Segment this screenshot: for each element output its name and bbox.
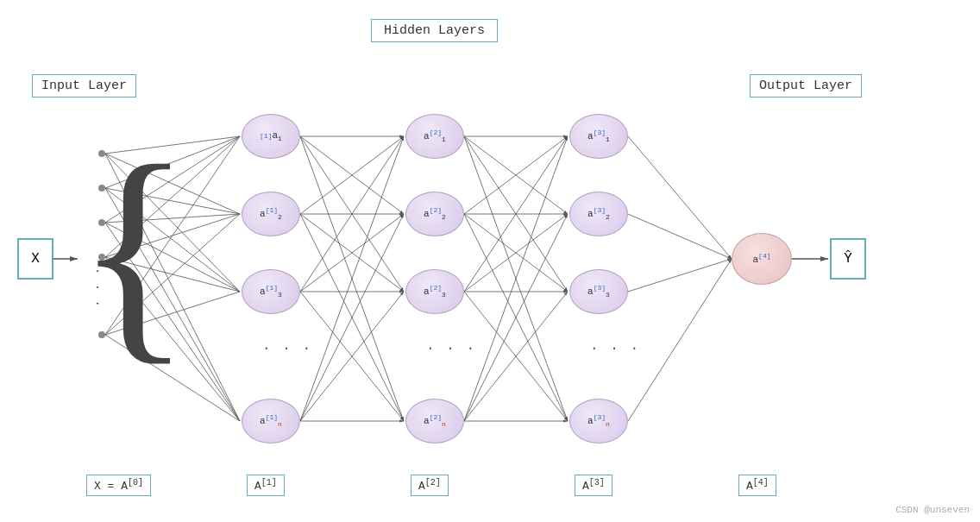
node-l3-n: a[3]n (569, 399, 628, 443)
bottom-label-a2: A[2] (411, 475, 449, 496)
watermark: CSDN @unseven (895, 505, 970, 515)
svg-line-55 (628, 259, 732, 292)
layer3-dots: . . . (590, 338, 640, 354)
input-dot-1 (98, 150, 105, 157)
svg-line-54 (628, 214, 732, 259)
node-l1-2: a[1]2 (242, 192, 300, 236)
node-l3-3: a[3]3 (569, 269, 628, 314)
input-dot-5 (98, 331, 105, 338)
x-input-box: X (17, 238, 53, 280)
input-dot-4 (98, 254, 105, 261)
x-label: X (31, 251, 40, 267)
node-l2-n: a[2]n (405, 399, 464, 443)
input-dots-ellipsis: . . . (93, 267, 107, 308)
node-l1-1: [1]a1 (242, 114, 300, 159)
input-brace: { (76, 129, 192, 371)
layer1-dots: . . . (262, 338, 312, 354)
node-l1-3: a[1]3 (242, 269, 300, 314)
bottom-label-x: X = A[0] (86, 475, 151, 496)
node-output: a[4] (732, 233, 792, 285)
node-l1-n: a[1]n (242, 399, 300, 443)
svg-line-56 (628, 259, 732, 421)
output-layer-label: Output Layer (750, 74, 862, 97)
hidden-layers-label: Hidden Layers (371, 19, 498, 42)
y-hat-box: Ŷ (830, 238, 866, 280)
svg-line-53 (628, 136, 732, 259)
node-l2-1: a[2]1 (405, 114, 464, 159)
input-layer-label: Input Layer (32, 74, 136, 97)
neural-network-diagram: Hidden Layers Input Layer Output Layer X… (0, 0, 980, 522)
bottom-label-a3: A[3] (575, 475, 612, 496)
node-l3-1: a[3]1 (569, 114, 628, 159)
node-l2-2: a[2]2 (405, 192, 464, 236)
input-dot-2 (98, 185, 105, 192)
bottom-label-a1: A[1] (247, 475, 285, 496)
input-dot-3 (98, 219, 105, 226)
node-l3-2: a[3]2 (569, 192, 628, 236)
node-l2-3: a[2]3 (405, 269, 464, 314)
bottom-label-a4: A[4] (738, 475, 776, 496)
layer2-dots: . . . (426, 338, 476, 354)
y-hat-label: Ŷ (844, 251, 852, 267)
